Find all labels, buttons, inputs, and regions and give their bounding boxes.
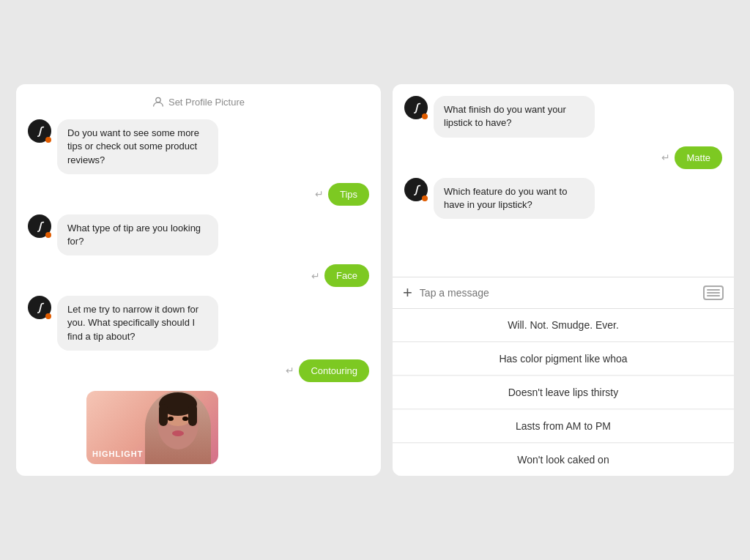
svg-point-8: [172, 430, 184, 436]
right-chat-panel: ʃ What finish do you want your lipstick …: [393, 84, 734, 476]
bot-avatar: ʃ: [28, 296, 51, 319]
left-chat-area: ʃ Do you want to see some more tips or c…: [28, 119, 369, 464]
svg-rect-4: [159, 404, 168, 426]
left-chat-panel: Set Profile Picture ʃ Do you want to see…: [16, 84, 381, 476]
options-list: Will. Not. Smudge. Ever. Has color pigme…: [393, 308, 734, 476]
reply-icon: ↵: [286, 365, 294, 376]
option-item[interactable]: Doesn't leave lips thirsty: [393, 376, 734, 409]
image-bubble-text: HIGHLIGHT: [92, 449, 144, 458]
user-bubble: Contouring: [299, 359, 369, 382]
reply-icon: ↵: [661, 152, 670, 163]
right-chat-area: ʃ What finish do you want your lipstick …: [393, 84, 734, 277]
bot-message-row: ʃ Let me try to narrow it down for you. …: [28, 296, 369, 351]
message-input-row: +: [393, 277, 734, 308]
image-bubble: HIGHLIGHT: [86, 391, 218, 464]
option-item[interactable]: Won't look caked on: [393, 444, 734, 476]
bot-bubble: Let me try to narrow it down for you. Wh…: [57, 296, 218, 351]
keyboard-toggle-button[interactable]: [703, 285, 724, 300]
bot-avatar: ʃ: [28, 214, 51, 238]
option-item[interactable]: Lasts from AM to PM: [393, 410, 734, 443]
bot-bubble: What finish do you want your lipstick to…: [434, 96, 595, 137]
user-message-row: ↵ Matte: [404, 146, 722, 169]
option-item[interactable]: Has color pigment like whoa: [393, 343, 734, 376]
bot-avatar-letter: ʃ: [415, 102, 418, 113]
svg-point-0: [156, 98, 160, 102]
bot-bubble: Which feature do you want to have in you…: [434, 178, 595, 219]
bot-avatar-letter: ʃ: [38, 125, 42, 137]
bot-message-row: ʃ Do you want to see some more tips or c…: [28, 119, 369, 174]
face-svg: [149, 391, 207, 464]
reply-icon: ↵: [315, 188, 324, 200]
svg-rect-5: [188, 404, 197, 426]
bot-avatar-letter: ʃ: [38, 302, 42, 313]
user-message-row: ↵ Tips: [28, 183, 369, 206]
set-profile-label: Set Profile Picture: [168, 97, 245, 108]
bot-bubble: Do you want to see some more tips or che…: [57, 119, 218, 174]
person-icon: [152, 96, 164, 108]
user-message-row: ↵ Face: [28, 264, 369, 287]
bot-message-row: ʃ What type of tip are you looking for?: [28, 214, 369, 255]
user-bubble: Tips: [328, 183, 369, 206]
bot-message-row: ʃ What finish do you want your lipstick …: [404, 96, 722, 137]
bot-avatar: ʃ: [404, 96, 428, 119]
svg-point-7: [182, 417, 188, 421]
app-container: Set Profile Picture ʃ Do you want to see…: [16, 84, 734, 476]
bot-avatar-letter: ʃ: [38, 220, 42, 232]
bot-avatar: ʃ: [404, 178, 428, 201]
reply-icon: ↵: [311, 270, 320, 282]
message-input[interactable]: [420, 287, 696, 299]
user-bubble: Matte: [675, 146, 722, 169]
add-attachment-button[interactable]: +: [403, 285, 412, 301]
bot-avatar-letter: ʃ: [415, 184, 418, 195]
bot-bubble: What type of tip are you looking for?: [57, 214, 218, 255]
user-bubble: Face: [324, 264, 369, 287]
image-message-container: HIGHLIGHT: [57, 391, 369, 464]
bot-message-row: ʃ Which feature do you want to have in y…: [404, 178, 722, 219]
user-message-row: ↵ Contouring: [28, 359, 369, 382]
face-illustration: [145, 391, 211, 464]
svg-point-6: [168, 417, 174, 421]
bot-avatar: ʃ: [28, 119, 51, 143]
set-profile-row[interactable]: Set Profile Picture: [28, 96, 369, 108]
option-item[interactable]: Will. Not. Smudge. Ever.: [393, 309, 734, 342]
